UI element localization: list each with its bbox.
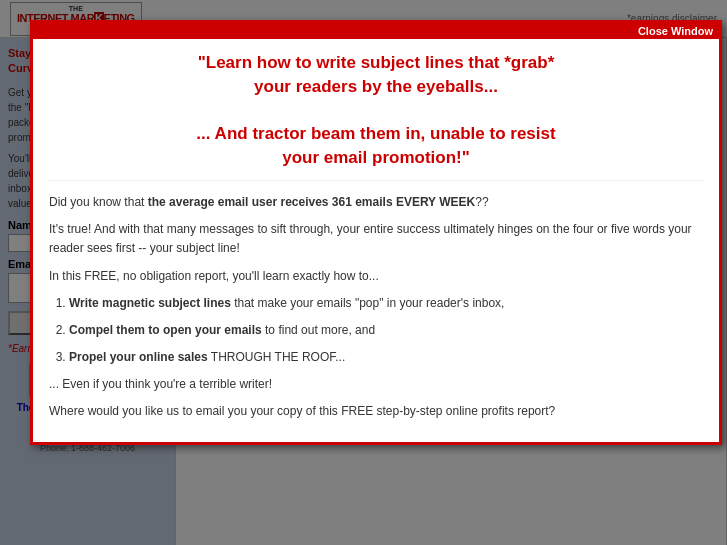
item1-bold: Write magnetic subject lines	[69, 296, 231, 310]
popup-headline-line4: your email promotion!"	[49, 146, 703, 170]
popup-content: Did you know that the average email user…	[49, 193, 703, 422]
popup-body: "Learn how to write subject lines that *…	[33, 39, 719, 442]
tractor-text: tractor	[252, 124, 306, 143]
popup-para5: Where would you like us to email you you…	[49, 402, 703, 421]
popup-list: Write magnetic subject lines that make y…	[69, 294, 703, 368]
popup: Close Window "Learn how to write subject…	[30, 20, 722, 445]
beam-text: beam	[311, 124, 355, 143]
close-window-button[interactable]: Close Window	[638, 25, 713, 37]
popup-list-item-3: Propel your online sales THROUGH THE ROO…	[69, 348, 703, 367]
popup-para1: Did you know that the average email user…	[49, 193, 703, 212]
popup-list-item-1: Write magnetic subject lines that make y…	[69, 294, 703, 313]
popup-para4: ... Even if you think you're a terrible …	[49, 375, 703, 394]
popup-headline: "Learn how to write subject lines that *…	[49, 51, 703, 181]
item1-rest: that make your emails "pop" in your read…	[231, 296, 505, 310]
popup-para2: It's true! And with that many messages t…	[49, 220, 703, 258]
popup-list-item-2: Compel them to open your emails to find …	[69, 321, 703, 340]
item3-bold: Propel your online sales	[69, 350, 208, 364]
item2-bold: Compel them to open your emails	[69, 323, 262, 337]
popup-para3: In this FREE, no obligation report, you'…	[49, 267, 703, 286]
popup-headline-line2: your readers by the eyeballs...	[49, 75, 703, 99]
bold-stat: the average email user receives 361 emai…	[148, 195, 476, 209]
item3-rest: THROUGH THE ROOF...	[208, 350, 346, 364]
popup-headline-line3: ... And tractor beam them in, unable to …	[49, 122, 703, 146]
item2-rest: to find out more, and	[262, 323, 375, 337]
popup-headline-line1: "Learn how to write subject lines that *…	[49, 51, 703, 75]
popup-header: Close Window	[33, 23, 719, 39]
